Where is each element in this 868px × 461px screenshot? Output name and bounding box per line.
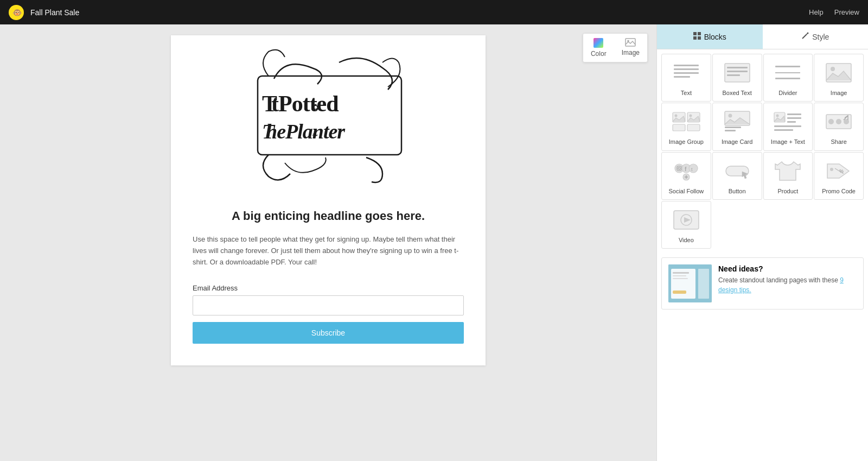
svg-point-34 [689, 115, 692, 117]
svg-text:hePlanter: hePlanter [266, 120, 346, 143]
bg-image-button[interactable]: Image [614, 34, 647, 62]
svg-rect-24 [727, 71, 748, 72]
block-image-group[interactable]: Image Group [661, 103, 711, 150]
svg-rect-40 [725, 130, 736, 131]
bg-color-button[interactable]: Color [583, 34, 614, 62]
svg-rect-14 [698, 36, 701, 40]
block-image-text[interactable]: Image + Text [763, 103, 813, 150]
svg-rect-22 [725, 64, 750, 82]
svg-point-65 [830, 168, 833, 171]
svg-text:tPotted: tPotted [271, 91, 339, 116]
svg-rect-43 [787, 113, 801, 115]
help-link[interactable]: Help [809, 8, 824, 16]
color-icon [593, 38, 603, 48]
image-icon [625, 38, 636, 47]
bg-color-label: Color [591, 50, 607, 58]
divider-block-icon [773, 61, 802, 84]
svg-rect-45 [787, 121, 796, 123]
tab-blocks[interactable]: Blocks [657, 24, 763, 49]
block-promo-code-label: Promo Code [822, 187, 856, 195]
svg-rect-46 [774, 125, 801, 127]
text-block-icon [672, 61, 701, 84]
svg-rect-26 [775, 66, 800, 67]
email-logo-area: tPotted hePlanter T T ✿ ❧ [171, 35, 486, 198]
block-social-follow[interactable]: f t Social Follow [661, 152, 711, 200]
block-image[interactable]: Image [814, 54, 864, 102]
svg-rect-74 [673, 275, 686, 276]
image-block-icon [824, 61, 853, 84]
tab-blocks-label: Blocks [704, 33, 726, 41]
block-share[interactable]: Share [814, 103, 864, 150]
block-promo-code[interactable]: % Promo Code [814, 152, 864, 200]
svg-text:✿: ✿ [312, 103, 319, 112]
block-image-card-label: Image Card [722, 138, 752, 146]
main-layout: Color Image [0, 24, 868, 461]
block-video[interactable]: Video [661, 201, 711, 249]
svg-rect-36 [687, 124, 700, 131]
block-boxed-text-label: Boxed Text [723, 89, 752, 97]
topbar-left: 🐵 Fall Plant Sale [9, 5, 79, 20]
svg-rect-13 [693, 36, 697, 40]
share-block-icon [824, 110, 853, 133]
social-follow-block-icon: f t [672, 160, 701, 182]
svg-rect-77 [698, 269, 709, 299]
block-boxed-text[interactable]: Boxed Text [712, 54, 762, 102]
svg-rect-28 [775, 78, 800, 79]
style-wand-icon [801, 32, 809, 41]
svg-text:❧: ❧ [312, 130, 318, 139]
mailchimp-logo-icon: 🐵 [9, 5, 24, 20]
email-input[interactable] [193, 295, 464, 315]
svg-text:T: T [262, 120, 276, 143]
block-divider-label: Divider [778, 89, 797, 97]
blocks-grid-icon [693, 32, 701, 41]
block-share-label: Share [831, 138, 846, 146]
brand-logo-svg: tPotted hePlanter T T ✿ ❧ [241, 46, 415, 187]
block-button-label: Button [729, 187, 746, 195]
need-ideas-thumb-svg [668, 264, 712, 302]
email-address-label: Email Address [193, 284, 464, 292]
topbar-right: Help Preview [809, 8, 859, 16]
image-group-block-icon [672, 110, 701, 133]
product-block-icon [773, 160, 802, 182]
canvas-area: Color Image [0, 24, 656, 461]
need-ideas-text-area: Need ideas? Create standout landing page… [718, 264, 857, 295]
svg-rect-19 [674, 68, 699, 70]
email-paragraph: Use this space to tell people what they … [193, 234, 464, 268]
block-image-text-label: Image + Text [771, 138, 805, 146]
block-video-label: Video [679, 236, 694, 244]
svg-rect-47 [774, 129, 793, 131]
subscribe-button[interactable]: Subscribe [193, 322, 464, 344]
campaign-title: Fall Plant Sale [30, 8, 79, 17]
email-headline: A big enticing headline goes here. [193, 209, 464, 223]
svg-rect-44 [787, 117, 801, 119]
block-image-label: Image [831, 89, 847, 97]
block-divider[interactable]: Divider [763, 54, 813, 102]
svg-rect-75 [673, 278, 688, 279]
block-image-card[interactable]: Image Card [712, 103, 762, 150]
svg-rect-12 [698, 32, 701, 35]
block-social-follow-label: Social Follow [668, 187, 704, 195]
block-image-group-label: Image Group [669, 138, 704, 146]
need-ideas-title: Need ideas? [718, 264, 857, 273]
block-text[interactable]: Text [661, 54, 711, 102]
svg-point-32 [674, 115, 677, 117]
svg-rect-39 [725, 127, 741, 128]
need-ideas-thumbnail [668, 264, 712, 302]
right-panel: Blocks Style [656, 24, 868, 461]
video-block-icon [672, 209, 701, 231]
svg-rect-21 [674, 76, 690, 78]
button-block-icon [723, 160, 752, 182]
svg-point-17 [807, 33, 809, 34]
block-product[interactable]: Product [763, 152, 813, 200]
svg-line-15 [802, 34, 807, 39]
block-button[interactable]: Button [712, 152, 762, 200]
email-card: tPotted hePlanter T T ✿ ❧ A big enticing… [171, 35, 486, 365]
image-card-block-icon [723, 110, 752, 133]
svg-rect-23 [727, 67, 748, 68]
svg-point-42 [776, 115, 779, 117]
tab-style[interactable]: Style [763, 24, 869, 49]
block-product-label: Product [777, 187, 798, 195]
promo-code-block-icon: % [824, 160, 853, 182]
preview-link[interactable]: Preview [834, 8, 859, 16]
svg-rect-18 [674, 65, 699, 66]
